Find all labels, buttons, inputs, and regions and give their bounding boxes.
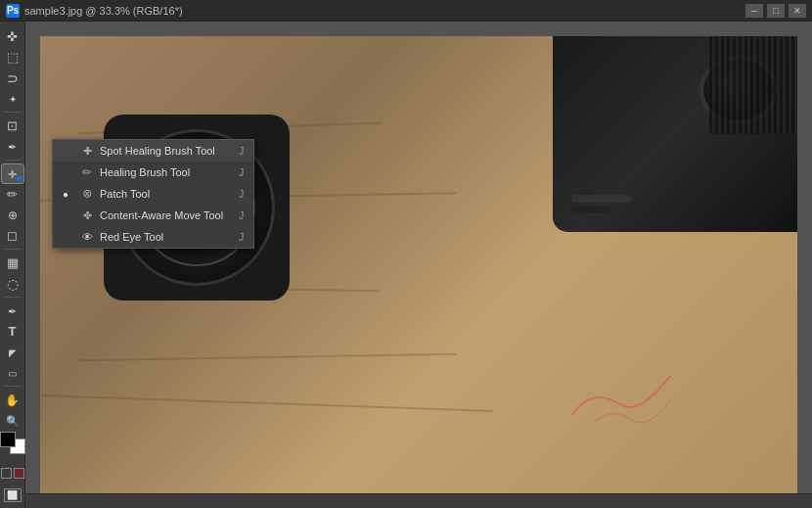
- heal-icon: [8, 166, 17, 181]
- menu-item-red-eye[interactable]: Red Eye Tool J: [53, 226, 253, 248]
- tool-lasso[interactable]: [2, 69, 23, 87]
- tool-dodge[interactable]: [2, 274, 23, 293]
- crop-icon: [7, 118, 18, 133]
- eraser-icon: [7, 228, 18, 243]
- lens-grip: [709, 36, 797, 134]
- menu-item-healing-brush[interactable]: Healing Brush Tool J: [53, 162, 253, 183]
- eyedropper-icon: [8, 139, 17, 154]
- wood-grain-line: [40, 393, 494, 411]
- minimize-button[interactable]: ─: [745, 4, 763, 18]
- tool-magic-wand[interactable]: [2, 89, 23, 108]
- tool-dropdown-menu[interactable]: Spot Healing Brush Tool J Healing Brush …: [52, 139, 254, 249]
- camera-detail-1: [572, 195, 631, 203]
- app-icon: Ps: [6, 4, 20, 18]
- tool-shape[interactable]: [2, 363, 23, 382]
- tool-heal[interactable]: [2, 164, 23, 183]
- tool-clone[interactable]: [2, 206, 23, 224]
- tool-hand[interactable]: [2, 391, 23, 409]
- canvas-area[interactable]: Spot Healing Brush Tool J Healing Brush …: [25, 22, 812, 508]
- zoom-icon: [6, 413, 20, 428]
- canvas-image[interactable]: [40, 36, 797, 493]
- tool-move[interactable]: [2, 27, 23, 46]
- menu-item-spot-healing[interactable]: Spot Healing Brush Tool J: [53, 140, 253, 162]
- standard-mode-button[interactable]: [1, 468, 12, 479]
- tool-marquee-rect[interactable]: [2, 48, 23, 67]
- camera-detail-2: [572, 207, 611, 212]
- close-button[interactable]: ✕: [789, 4, 806, 18]
- brush-icon: [7, 187, 18, 202]
- toolbar: ⬜: [0, 22, 25, 508]
- red-eye-shortcut: J: [239, 232, 244, 243]
- wood-grain-line: [78, 353, 457, 362]
- spot-healing-label: Spot Healing Brush Tool: [100, 145, 223, 157]
- gradient-icon: [7, 255, 19, 270]
- red-eye-label: Red Eye Tool: [100, 231, 223, 243]
- healing-brush-label: Healing Brush Tool: [100, 166, 223, 178]
- shape-icon: [8, 365, 17, 380]
- tool-zoom[interactable]: [2, 411, 23, 430]
- window-title: sample3.jpg @ 33.3% (RGB/16*): [24, 5, 745, 17]
- mask-mode-controls: [1, 468, 24, 479]
- menu-item-patch-tool[interactable]: ● Patch Tool J: [53, 183, 253, 205]
- magic-wand-icon: [9, 91, 17, 106]
- red-eye-icon: [80, 230, 94, 244]
- path-icon: [9, 345, 17, 359]
- color-swatches[interactable]: [0, 432, 25, 454]
- scratch-marks: [563, 356, 680, 435]
- type-icon: [9, 324, 17, 339]
- marquee-rect-icon: [7, 50, 19, 65]
- title-bar: Ps sample3.jpg @ 33.3% (RGB/16*) ─ □ ✕: [0, 0, 812, 22]
- spot-healing-icon: [80, 144, 94, 158]
- menu-item-content-aware[interactable]: Content-Aware Move Tool J: [53, 205, 253, 226]
- dodge-icon: [7, 276, 19, 292]
- lasso-icon: [7, 70, 19, 86]
- toolbar-separator-5: [4, 386, 22, 387]
- tool-crop[interactable]: [2, 116, 23, 135]
- tool-gradient[interactable]: [2, 254, 23, 272]
- pen-icon: [8, 303, 17, 318]
- screen-mode-button[interactable]: ⬜: [4, 488, 22, 502]
- camera-body: [553, 36, 797, 232]
- tool-type[interactable]: [2, 322, 23, 341]
- patch-tool-label: Patch Tool: [100, 188, 223, 200]
- healing-brush-icon: [80, 165, 94, 179]
- tool-eyedropper[interactable]: [2, 137, 23, 156]
- quick-mask-button[interactable]: [14, 468, 24, 479]
- tool-brush[interactable]: [2, 185, 23, 204]
- tool-path[interactable]: [2, 343, 23, 361]
- content-aware-shortcut: J: [239, 210, 244, 221]
- active-dot: [17, 176, 22, 181]
- healing-brush-shortcut: J: [239, 167, 244, 178]
- status-bar: [25, 493, 812, 508]
- tool-eraser[interactable]: [2, 226, 23, 245]
- main-layout: ⬜: [0, 22, 812, 508]
- toolbar-separator-2: [4, 160, 22, 161]
- patch-tool-shortcut: J: [239, 189, 244, 200]
- patch-tool-icon: [80, 187, 94, 201]
- clone-icon: [8, 208, 18, 222]
- move-icon: [7, 29, 18, 44]
- content-aware-icon: [80, 208, 94, 222]
- content-aware-label: Content-Aware Move Tool: [100, 209, 223, 221]
- maximize-button[interactable]: □: [767, 4, 785, 18]
- photo-background: [40, 36, 797, 493]
- toolbar-separator-3: [4, 249, 22, 250]
- menu-item-active-check: ●: [63, 189, 72, 200]
- tool-pen[interactable]: [2, 301, 23, 320]
- spot-healing-shortcut: J: [239, 146, 244, 157]
- toolbar-separator-1: [4, 112, 22, 113]
- toolbar-separator-4: [4, 297, 22, 298]
- foreground-color-swatch[interactable]: [0, 432, 16, 447]
- hand-icon: [5, 393, 20, 407]
- window-controls: ─ □ ✕: [745, 4, 806, 18]
